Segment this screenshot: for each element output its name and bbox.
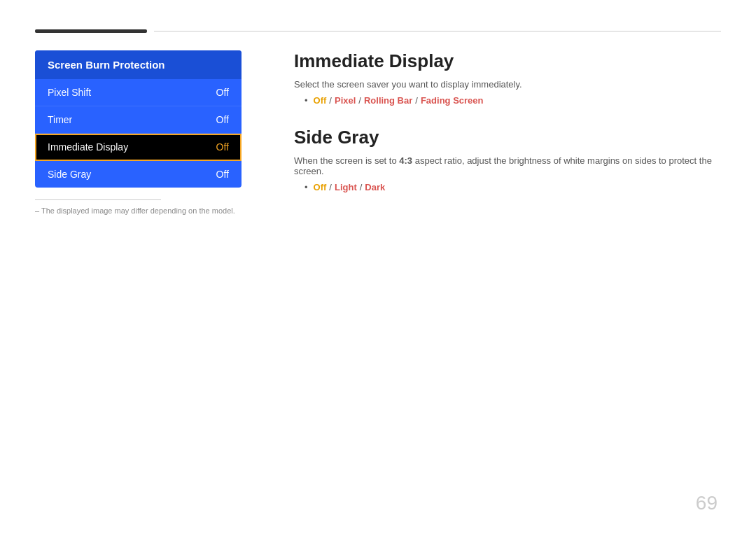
page-number: 69 [696, 492, 718, 514]
left-panel: Screen Burn Protection Pixel Shift Off T… [35, 50, 241, 188]
sep5: / [360, 182, 363, 192]
immediate-display-value: Off [216, 141, 229, 153]
sep3: / [415, 95, 418, 106]
menu-item-pixel-shift[interactable]: Pixel Shift Off [35, 79, 241, 106]
opt-off-1: Off [314, 95, 327, 106]
menu-item-timer[interactable]: Timer Off [35, 106, 241, 134]
right-panel: Immediate Display Select the screen save… [294, 50, 721, 213]
side-gray-label: Side Gray [48, 169, 91, 180]
immediate-display-description: Select the screen saver you want to disp… [294, 79, 721, 90]
side-gray-title: Side Gray [294, 127, 721, 148]
side-gray-options: Off / Light / Dark [304, 182, 721, 192]
opt-light: Light [335, 182, 357, 192]
immediate-display-option: Off / Pixel / Rolling Bar / Fading Scree… [304, 95, 721, 106]
immediate-display-title: Immediate Display [294, 50, 721, 72]
side-gray-description: When the screen is set to 4:3 aspect rat… [294, 155, 721, 176]
immediate-display-label: Immediate Display [48, 141, 128, 153]
footnote: – The displayed image may differ dependi… [35, 206, 235, 215]
opt-fading-screen: Fading Screen [421, 95, 484, 106]
opt-pixel: Pixel [335, 95, 356, 106]
immediate-display-section: Immediate Display Select the screen save… [294, 50, 721, 106]
side-gray-option: Off / Light / Dark [304, 182, 721, 192]
top-bar-dark-segment [35, 29, 147, 33]
sep2: / [358, 95, 361, 106]
menu-header: Screen Burn Protection [35, 50, 241, 79]
top-bar-light-segment [154, 31, 721, 31]
sep1: / [329, 95, 332, 106]
timer-value: Off [216, 114, 229, 125]
top-bar [35, 29, 721, 33]
timer-label: Timer [48, 114, 72, 125]
pixel-shift-label: Pixel Shift [48, 87, 91, 98]
sep4: / [329, 182, 332, 192]
menu-item-immediate-display[interactable]: Immediate Display Off [35, 134, 241, 161]
menu-card: Screen Burn Protection Pixel Shift Off T… [35, 50, 241, 188]
opt-dark: Dark [365, 182, 385, 192]
menu-item-side-gray[interactable]: Side Gray Off [35, 161, 241, 188]
opt-off-2: Off [314, 182, 327, 192]
immediate-display-options: Off / Pixel / Rolling Bar / Fading Scree… [304, 95, 721, 106]
pixel-shift-value: Off [216, 87, 229, 98]
side-gray-section: Side Gray When the screen is set to 4:3 … [294, 127, 721, 192]
side-gray-value: Off [216, 169, 229, 180]
left-panel-divider [35, 199, 161, 200]
opt-rolling-bar: Rolling Bar [364, 95, 412, 106]
